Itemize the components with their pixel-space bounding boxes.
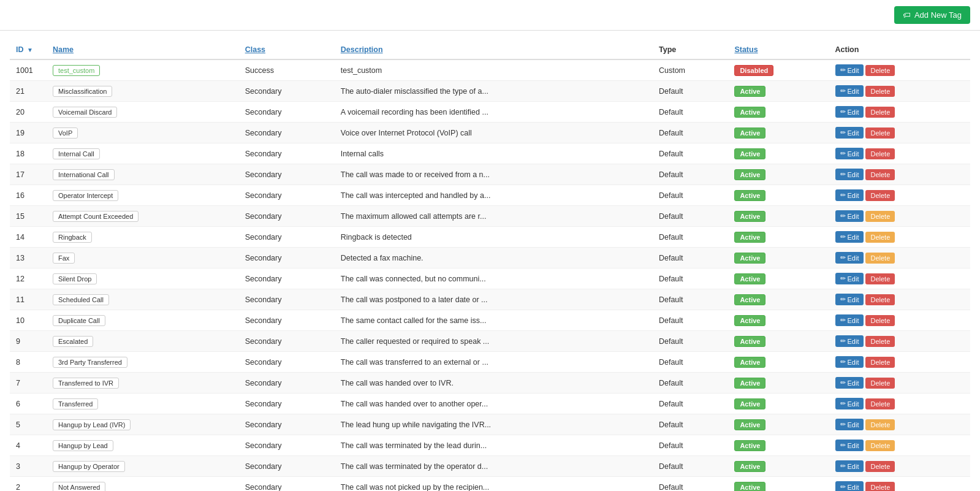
edit-button[interactable]: ✏ Edit [835,127,864,139]
cell-type: Default [653,227,728,248]
name-badge: Hangup by Lead (IVR) [53,419,131,430]
edit-icon: ✏ [840,275,846,283]
edit-button[interactable]: ✏ Edit [835,148,864,159]
status-badge: Active [734,253,765,264]
cell-name: Silent Drop [47,268,239,289]
delete-button[interactable]: Delete [865,336,895,347]
delete-button[interactable]: Delete [865,378,895,389]
delete-button[interactable]: Delete [865,253,895,264]
cell-status: Active [728,394,829,414]
edit-button[interactable]: ✏ Edit [835,398,864,409]
status-badge: Active [734,107,765,118]
edit-button[interactable]: ✏ Edit [835,273,864,284]
edit-button[interactable]: ✏ Edit [835,64,864,76]
name-badge: Ringback [53,232,92,243]
action-group: ✏ EditDelete [835,273,965,284]
cell-action: ✏ EditDelete [829,164,971,185]
delete-button[interactable]: Delete [865,440,895,451]
delete-button[interactable]: Delete [865,419,895,430]
col-name[interactable]: Name [47,40,239,59]
edit-button[interactable]: ✏ Edit [835,377,864,389]
cell-class: Secondary [239,185,335,206]
cell-class: Secondary [239,331,335,352]
edit-button[interactable]: ✏ Edit [835,189,864,201]
delete-button[interactable]: Delete [865,273,895,284]
edit-button[interactable]: ✏ Edit [835,460,864,472]
cell-action: ✏ EditDelete [829,143,971,164]
name-badge: Internal Call [53,148,100,159]
table-row: 16Operator InterceptSecondaryThe call wa… [10,185,970,206]
edit-button[interactable]: ✏ Edit [835,252,864,264]
table-row: 9EscalatedSecondaryThe caller requested … [10,331,970,352]
table-row: 18Internal CallSecondaryInternal callsDe… [10,143,970,164]
status-badge: Active [734,232,765,243]
delete-button[interactable]: Delete [865,232,895,243]
cell-class: Secondary [239,477,335,492]
col-id[interactable]: ID ▼ [10,40,47,59]
col-description[interactable]: Description [335,40,653,59]
cell-type: Default [653,331,728,352]
cell-class: Secondary [239,456,335,477]
edit-icon: ✏ [840,66,846,74]
edit-button[interactable]: ✏ Edit [835,440,864,451]
cell-action: ✏ EditDelete [829,477,971,492]
edit-button[interactable]: ✏ Edit [835,419,864,430]
cell-name: Misclassification [47,81,239,102]
delete-button[interactable]: Delete [865,169,895,180]
delete-button[interactable]: Delete [865,398,895,409]
cell-status: Active [728,435,829,456]
delete-button[interactable]: Delete [865,211,895,222]
edit-button[interactable]: ✏ Edit [835,231,864,243]
cell-action: ✏ EditDelete [829,331,971,352]
delete-button[interactable]: Delete [865,107,895,118]
edit-button[interactable]: ✏ Edit [835,335,864,347]
delete-button[interactable]: Delete [865,65,895,76]
cell-status: Active [728,143,829,164]
edit-icon: ✏ [840,316,846,324]
edit-button[interactable]: ✏ Edit [835,294,864,305]
cell-type: Default [653,185,728,206]
edit-button[interactable]: ✏ Edit [835,314,864,326]
cell-status: Active [728,185,829,206]
table-row: 20Voicemail DiscardSecondaryA voicemail … [10,102,970,123]
delete-button[interactable]: Delete [865,128,895,139]
edit-button[interactable]: ✏ Edit [835,85,864,97]
cell-id: 18 [10,143,47,164]
delete-button[interactable]: Delete [865,461,895,472]
table-row: 11Scheduled CallSecondaryThe call was po… [10,289,970,310]
delete-button[interactable]: Delete [865,148,895,159]
edit-button[interactable]: ✏ Edit [835,106,864,118]
cell-status: Active [728,123,829,143]
status-badge: Active [734,190,765,201]
delete-button[interactable]: Delete [865,190,895,201]
cell-action: ✏ EditDelete [829,435,971,456]
edit-button[interactable]: ✏ Edit [835,481,864,491]
edit-button[interactable]: ✏ Edit [835,356,864,368]
cell-description: The auto-dialer misclassified the type o… [335,81,653,102]
name-badge: Transferred to IVR [53,378,119,389]
table-row: 19VoIPSecondaryVoice over Internet Proto… [10,123,970,143]
table-row: 12Silent DropSecondaryThe call was conne… [10,268,970,289]
cell-status: Active [728,102,829,123]
add-new-tag-button[interactable]: 🏷 Add New Tag [894,6,970,24]
col-class[interactable]: Class [239,40,335,59]
name-badge: International Call [53,169,115,180]
edit-icon: ✏ [840,400,846,408]
action-group: ✏ EditDelete [835,127,965,139]
col-status[interactable]: Status [728,40,829,59]
delete-button[interactable]: Delete [865,482,895,492]
edit-button[interactable]: ✏ Edit [835,210,864,222]
cell-description: Voice over Internet Protocol (VoIP) call [335,123,653,143]
cell-id: 21 [10,81,47,102]
action-group: ✏ EditDelete [835,377,965,389]
delete-button[interactable]: Delete [865,86,895,97]
table-row: 1001test_customSuccesstest_customCustomD… [10,59,970,81]
cell-id: 6 [10,394,47,414]
edit-button[interactable]: ✏ Edit [835,169,864,180]
delete-button[interactable]: Delete [865,315,895,326]
cell-description: The call was handed over to another oper… [335,394,653,414]
action-group: ✏ EditDelete [835,356,965,368]
delete-button[interactable]: Delete [865,357,895,368]
cell-id: 5 [10,414,47,435]
delete-button[interactable]: Delete [865,294,895,305]
